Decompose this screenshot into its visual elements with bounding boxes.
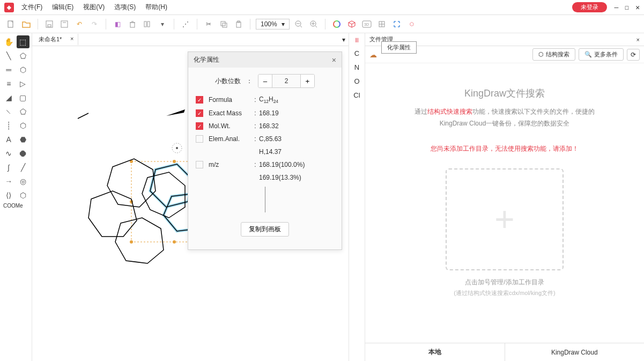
exact-mass-label: Exact Mass <box>209 109 251 117</box>
element-cl[interactable]: Cl <box>349 88 365 102</box>
svg-point-13 <box>334 21 340 27</box>
decimal-decrease-button[interactable]: – <box>258 75 272 87</box>
element-o[interactable]: O <box>349 74 365 88</box>
menu-options[interactable]: 选项(S) <box>114 3 136 12</box>
svg-rect-8 <box>223 23 227 27</box>
zoom-select[interactable]: 100%▾ <box>256 19 290 30</box>
redo-icon[interactable]: ↷ <box>88 18 100 30</box>
triangle-tool[interactable]: ▷ <box>17 77 30 90</box>
refresh-button[interactable]: ⟳ <box>627 49 640 61</box>
document-tab[interactable]: 未命名1* × <box>32 34 78 45</box>
ring-tool[interactable]: ⬡ <box>17 189 30 202</box>
svg-marker-18 <box>166 109 185 116</box>
properties-close-icon[interactable]: × <box>332 56 336 64</box>
pentagon2-tool[interactable]: ⬠ <box>17 105 30 118</box>
panel-close-icon[interactable]: × <box>636 36 640 43</box>
structure-search-button[interactable]: ⬡结构搜索 <box>532 48 575 61</box>
exact-mass-checkbox[interactable]: ✓ <box>196 109 203 117</box>
marquee-tool[interactable]: ⬚ <box>17 35 30 48</box>
svg-point-26 <box>173 160 176 163</box>
svg-point-20 <box>176 147 178 149</box>
hash-bond-tool[interactable]: ┊ <box>2 119 16 132</box>
eraser-icon[interactable]: ◧ <box>112 18 123 30</box>
svg-marker-30 <box>150 164 193 207</box>
circle-tool[interactable]: ◎ <box>17 175 30 188</box>
decimal-increase-button[interactable]: + <box>300 75 314 87</box>
grid-icon[interactable] <box>376 18 388 30</box>
close-button[interactable]: ✕ <box>635 3 640 11</box>
line-tool[interactable]: ╱ <box>17 161 30 174</box>
minimize-button[interactable]: — <box>615 3 619 11</box>
mz-checkbox[interactable] <box>196 161 203 168</box>
molwt-value: 168.32 <box>259 122 279 130</box>
arrow-tool[interactable]: → <box>2 175 16 188</box>
hand-tool[interactable]: ✋ <box>2 35 16 48</box>
tool-icon-1[interactable]: ⋰ <box>180 18 191 30</box>
svg-rect-6 <box>147 21 150 27</box>
align-icon[interactable] <box>142 18 153 30</box>
svg-rect-4 <box>130 23 135 27</box>
molwt-checkbox[interactable]: ✓ <box>196 122 203 130</box>
pentagon-tool[interactable]: ⬠ <box>17 49 30 62</box>
menu-help[interactable]: 帮助(H) <box>145 3 167 12</box>
trash-icon[interactable] <box>127 18 138 30</box>
copy-to-canvas-button[interactable]: 复制到画板 <box>241 222 289 237</box>
cut-icon[interactable]: ✂ <box>203 18 214 30</box>
square-tool[interactable]: ▢ <box>17 91 30 104</box>
tab-options-icon[interactable]: ▾ <box>339 36 349 43</box>
heptagon-tool[interactable]: ⬣ <box>17 133 30 146</box>
bracket-tool[interactable]: ⟨⟩ <box>2 189 16 202</box>
undo-icon[interactable]: ↶ <box>73 18 85 30</box>
element-n[interactable]: N <box>349 60 365 74</box>
svg-point-24 <box>130 240 133 244</box>
hexagon-tool[interactable]: ⬡ <box>17 63 30 76</box>
octagon-tool[interactable]: ⯃ <box>17 147 30 160</box>
copy-icon[interactable] <box>218 18 230 30</box>
mz-label: m/z <box>209 161 251 168</box>
menu-edit[interactable]: 编辑(E) <box>52 3 73 12</box>
bond-tool[interactable]: ╲ <box>2 49 16 62</box>
coome-label[interactable]: COOMe <box>2 203 29 209</box>
svg-rect-3 <box>61 21 68 27</box>
text-tool[interactable]: A <box>2 133 16 146</box>
more-conditions-button[interactable]: 🔍更多条件 <box>579 48 624 61</box>
cloud-icon[interactable]: ☁ <box>369 50 377 59</box>
add-directory-dropzone[interactable]: + <box>446 168 564 270</box>
3d-icon[interactable]: 3D <box>361 18 373 30</box>
dash-bond-tool[interactable]: ⟍ <box>2 105 16 118</box>
triple-bond-tool[interactable]: ≡ <box>2 77 16 90</box>
svg-marker-33 <box>88 191 137 237</box>
mz-value-1: 168.19(100.0%) <box>259 161 305 168</box>
chain-tool[interactable]: ∿ <box>2 147 16 160</box>
scan-icon[interactable] <box>391 18 403 30</box>
double-bond-tool[interactable]: ═ <box>2 63 16 76</box>
molwt-label: Mol.Wt. <box>209 122 251 130</box>
save-as-icon[interactable] <box>58 18 70 30</box>
properties-panel: 化学属性 × 小数位数 ： – 2 + ✓ Formula : C12H24 ✓… <box>188 51 342 250</box>
properties-title: 化学属性 <box>194 55 219 64</box>
login-button[interactable]: 未登录 <box>572 2 607 12</box>
cube-icon[interactable] <box>346 18 358 30</box>
tab-local[interactable]: 本地 <box>365 343 505 361</box>
zoom-in-icon[interactable] <box>308 18 320 30</box>
maximize-button[interactable]: ☐ <box>625 3 629 11</box>
elem-anal-checkbox[interactable] <box>196 135 203 143</box>
save-icon[interactable] <box>43 18 55 30</box>
hexagon2-tool[interactable]: ⬡ <box>17 119 30 132</box>
tab-close-icon[interactable]: × <box>70 35 73 42</box>
tab-cloud[interactable]: KingDraw Cloud <box>505 343 645 361</box>
curve-tool[interactable]: ∫ <box>2 161 16 174</box>
open-folder-icon[interactable] <box>20 18 32 30</box>
color-ring-icon[interactable] <box>331 18 343 30</box>
zoom-out-icon[interactable] <box>293 18 305 30</box>
dropdown-icon[interactable]: ▾ <box>157 18 168 30</box>
analysis-icon[interactable]: ⫼ <box>349 33 365 46</box>
menu-file[interactable]: 文件(F) <box>21 3 42 12</box>
element-c[interactable]: C <box>349 46 365 60</box>
new-file-icon[interactable] <box>5 18 17 30</box>
name-icon[interactable]: ⬡ <box>406 18 418 30</box>
menu-view[interactable]: 视图(V) <box>83 3 105 12</box>
paste-icon[interactable] <box>233 18 245 30</box>
wedge-tool[interactable]: ◢ <box>2 91 16 104</box>
formula-checkbox[interactable]: ✓ <box>196 96 203 104</box>
